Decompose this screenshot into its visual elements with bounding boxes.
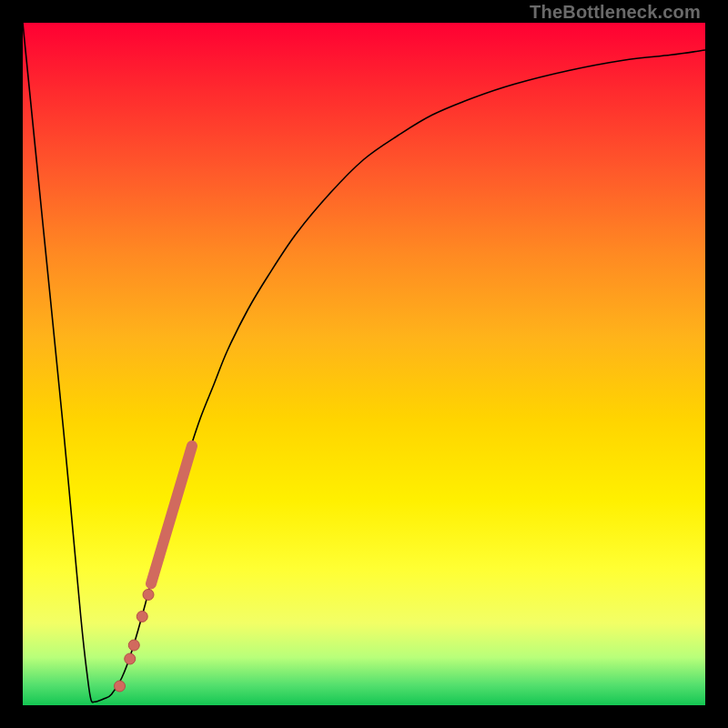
chart-frame: TheBottleneck.com (0, 0, 728, 728)
marker-dot-0 (115, 681, 126, 692)
marker-dot-1 (125, 653, 136, 664)
marker-dot-3 (136, 612, 147, 622)
marker-group (115, 590, 155, 693)
marker-dot-4 (143, 590, 154, 601)
bottleneck-curve (23, 23, 705, 703)
plot-area (23, 23, 705, 705)
watermark-text: TheBottleneck.com (530, 2, 701, 23)
marker-thick-segment (151, 446, 192, 584)
marker-dot-2 (128, 640, 139, 651)
chart-svg (23, 23, 705, 705)
